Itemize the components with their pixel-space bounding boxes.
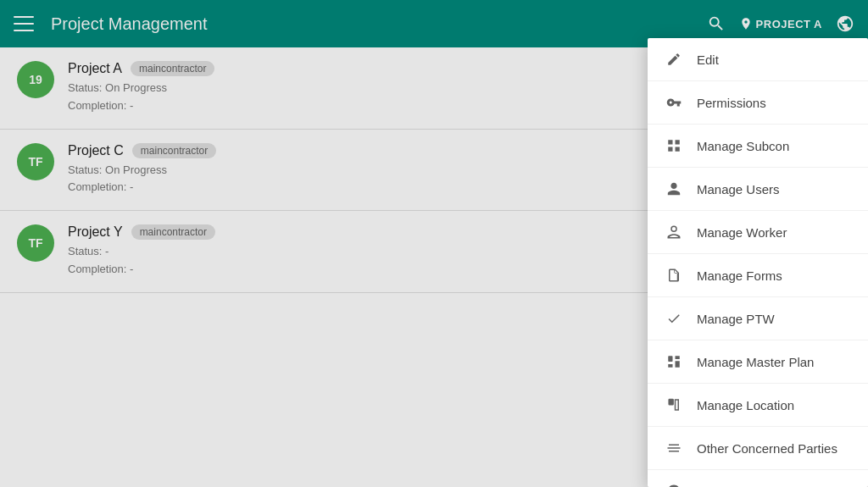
dropdown-label-permissions: Permissions xyxy=(697,96,766,110)
dropdown-item-update-project-status[interactable]: Update Project Status xyxy=(648,470,868,487)
dropdown-label-update-project-status: Update Project Status xyxy=(697,484,821,488)
dropdown-label-manage-ptw: Manage PTW xyxy=(697,312,775,326)
parties-icon xyxy=(665,439,683,457)
forms-icon xyxy=(665,266,683,285)
dropdown-item-manage-location[interactable]: Manage Location xyxy=(648,384,868,427)
dropdown-label-edit: Edit xyxy=(697,53,719,67)
svg-rect-2 xyxy=(669,399,673,405)
dropdown-menu: Edit Permissions Manage Subcon Manage Us… xyxy=(648,38,868,487)
dropdown-item-manage-subcon[interactable]: Manage Subcon xyxy=(648,125,868,168)
person-icon xyxy=(665,180,683,198)
dropdown-item-manage-master-plan[interactable]: Manage Master Plan xyxy=(648,340,868,384)
dropdown-item-edit[interactable]: Edit xyxy=(648,38,868,81)
dropdown-item-manage-forms[interactable]: Manage Forms xyxy=(648,254,868,297)
dropdown-item-other-concerned-parties[interactable]: Other Concerned Parties xyxy=(648,427,868,470)
grid-icon xyxy=(665,136,683,155)
dropdown-label-manage-forms: Manage Forms xyxy=(697,268,782,283)
worker-icon xyxy=(665,223,683,241)
ptw-icon xyxy=(665,309,683,328)
edit-icon xyxy=(665,50,683,69)
dropdown-label-manage-master-plan: Manage Master Plan xyxy=(697,355,814,369)
dropdown-items-container: Edit Permissions Manage Subcon Manage Us… xyxy=(648,38,868,487)
location-icon xyxy=(665,396,683,414)
masterplan-icon xyxy=(665,352,683,371)
dropdown-label-manage-worker: Manage Worker xyxy=(697,225,787,240)
dropdown-item-manage-users[interactable]: Manage Users xyxy=(648,168,868,211)
dropdown-label-manage-users: Manage Users xyxy=(697,182,780,196)
key-icon xyxy=(665,93,683,112)
dropdown-item-manage-worker[interactable]: Manage Worker xyxy=(648,211,868,254)
dropdown-item-permissions[interactable]: Permissions xyxy=(648,81,868,125)
dropdown-item-manage-ptw[interactable]: Manage PTW xyxy=(648,297,868,340)
status-icon xyxy=(665,482,683,487)
dropdown-label-manage-subcon: Manage Subcon xyxy=(697,139,789,153)
dropdown-label-manage-location: Manage Location xyxy=(697,398,794,412)
dropdown-label-other-concerned-parties: Other Concerned Parties xyxy=(697,441,837,456)
svg-rect-0 xyxy=(668,356,672,362)
